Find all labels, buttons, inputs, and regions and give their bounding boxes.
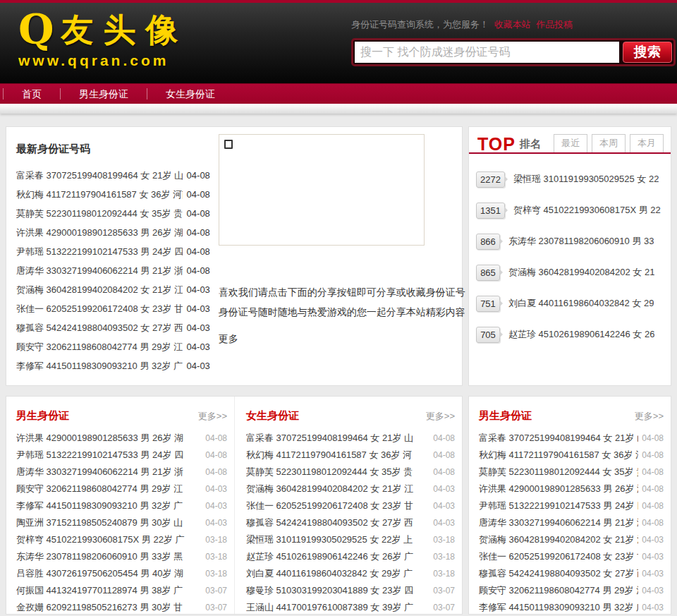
id-record-link[interactable]: 顾安守 320621198608042774 男 29岁 江苏 — [16, 341, 183, 354]
logo-title: 友头像 — [61, 8, 188, 51]
rank-tab[interactable]: 本周 — [592, 134, 626, 152]
item-date: 04-03 — [205, 501, 227, 511]
id-record-link[interactable]: 李修军 441501198309093210 男 32岁 广 — [479, 601, 638, 614]
list-item: 秋幻梅 411721197904161587 女 36岁 河南 04-08 — [16, 185, 210, 204]
id-record-link[interactable]: 刘白夏 440116198604032842 女 29岁 广 — [246, 567, 429, 580]
item-date: 03-18 — [205, 535, 227, 545]
rank-row: 2272 梁恒瑶 310119199305029525 女 22 — [476, 164, 665, 195]
id-record-link[interactable]: 莫静芙 522301198012092444 女 35岁 贵州 — [16, 207, 183, 220]
rank-tab[interactable]: 最近 — [554, 134, 587, 152]
top-tabs: 最近 本周 本月 — [549, 134, 664, 152]
id-record-link[interactable]: 唐涛华 330327199406062214 男 21岁 浙 — [16, 466, 202, 478]
id-record-link[interactable]: 富采春 370725199408199464 女 21岁 山东 — [16, 169, 183, 182]
id-record-link[interactable]: 贺涵梅 360428199402084202 女 21 — [508, 266, 654, 279]
item-date: 04-08 — [187, 208, 210, 219]
id-record-link[interactable]: 吕容胜 430726197506205454 男 40岁 湖 — [16, 567, 202, 580]
id-record-link[interactable]: 贺涵梅 360428199402084202 女 21岁 江 — [246, 483, 429, 495]
id-record-link[interactable]: 富采春 370725199408199464 女 21岁 山 — [479, 432, 638, 445]
list-item: 顾安守 320621198608042774 男 29岁 江苏 04-03 — [16, 337, 210, 356]
id-record-link[interactable]: 尹韩瑶 513222199102147533 男 24岁 四川 — [16, 246, 183, 258]
id-record-link[interactable]: 梁恒瑶 310119199305029525 女 22 — [513, 173, 659, 186]
id-record-link[interactable]: 贺梓穹 45102219930608175X 男 22岁 广 — [16, 533, 202, 546]
id-record-link[interactable]: 富采春 370725199408199464 女 21岁 山 — [246, 432, 429, 445]
item-date: 04-08 — [205, 433, 227, 443]
list-item: 张佳一 620525199206172408 女 23岁 甘 04-03 — [479, 548, 664, 565]
broken-image-icon — [224, 140, 233, 149]
list-item: 莫静芙 522301198012092444 女 35岁 贵州 04-08 — [16, 204, 210, 223]
id-record-link[interactable]: 刘白夏 440116198604032842 女 29 — [508, 297, 654, 310]
more-link[interactable]: 更多 — [219, 333, 238, 346]
id-record-link[interactable]: 王涵山 441700197610087389 女 39岁 广 — [246, 601, 429, 614]
id-record-link[interactable]: 顾安守 320621198608042774 男 29岁 江 — [479, 584, 638, 597]
id-record-link[interactable]: 贺涵梅 360428199402084202 女 21岁 江 — [479, 533, 638, 546]
id-record-link[interactable]: 顾安守 320621198608042774 男 29岁 江 — [16, 483, 202, 495]
item-date: 04-08 — [187, 265, 210, 276]
id-record-link[interactable]: 赵芷珍 451026198906142246 女 26 — [508, 328, 654, 341]
nav-item[interactable]: 女生身份证 — [147, 84, 233, 104]
id-record-link[interactable]: 张佳一 620525199206172408 女 23岁 甘 — [246, 500, 429, 512]
id-record-link[interactable]: 张佳一 620525199206172408 女 23岁 甘肃 — [16, 303, 183, 315]
site-logo[interactable]: Q 友头像 www.qqran.com — [18, 8, 188, 69]
latest-panel: 最新身份证号码 富采春 370725199408199464 女 21岁 山东 … — [6, 126, 463, 386]
item-date: 04-08 — [642, 467, 664, 477]
id-record-link[interactable]: 东涛华 230781198206060910 男 33岁 黑 — [16, 550, 202, 563]
id-record-link[interactable]: 尹韩瑶 513222199102147533 男 24岁 四 — [479, 500, 638, 512]
item-date: 04-03 — [433, 501, 455, 511]
id-record-link[interactable]: 贺梓穹 45102219930608175X 男 22 — [513, 204, 661, 217]
id-record-link[interactable]: 赵芷珍 451026198906142246 女 26岁 广 — [246, 550, 429, 563]
list-item: 梁恒瑶 310119199305029525 女 22岁 上 03-18 — [246, 531, 455, 548]
nav-shadow-strip — [0, 104, 677, 114]
item-date: 04-08 — [433, 467, 455, 477]
id-record-link[interactable]: 何振国 441324197701128974 男 38岁 广 — [16, 584, 202, 597]
id-record-link[interactable]: 东涛华 230781198206060910 男 33 — [508, 235, 654, 248]
item-date: 04-03 — [642, 603, 664, 612]
nav-item[interactable]: 男生身份证 — [61, 84, 147, 104]
list-item: 张佳一 620525199206172408 女 23岁 甘肃 04-03 — [16, 299, 210, 318]
id-record-link[interactable]: 穆孤容 542424198804093502 女 27岁 西 — [479, 567, 638, 580]
favorite-site-link[interactable]: 收藏本站 — [494, 19, 531, 30]
id-record-link[interactable]: 李修军 441501198309093210 男 32岁 广东 — [16, 360, 183, 373]
more-link[interactable]: 更多>> — [635, 410, 664, 423]
more-link[interactable]: 更多>> — [426, 410, 455, 423]
id-record-link[interactable]: 贺涵梅 360428199402084202 女 21岁 江西 — [16, 284, 183, 296]
id-record-link[interactable]: 莫静芙 522301198012092444 女 35岁 贵 — [246, 466, 429, 478]
id-record-link[interactable]: 张佳一 620525199206172408 女 23岁 甘 — [479, 550, 638, 563]
id-record-link[interactable]: 陶亚洲 371521198505240879 男 30岁 山 — [16, 517, 202, 529]
id-record-link[interactable]: 李修军 441501198309093210 男 32岁 广 — [16, 500, 202, 512]
rank-list: 2272 梁恒瑶 310119199305029525 女 22 1351 贺梓… — [469, 154, 671, 350]
latest-list: 富采春 370725199408199464 女 21岁 山东 04-08 秋幻… — [16, 166, 210, 375]
item-date: 03-07 — [433, 603, 455, 612]
list-item: 穆孤容 542424198804093502 女 27岁 西 04-03 — [479, 565, 664, 582]
item-date: 04-08 — [187, 170, 210, 181]
id-record-link[interactable]: 许洪果 429000198901285633 男 26岁 湖 — [479, 483, 638, 495]
id-record-link[interactable]: 许洪果 429000198901285633 男 26岁 湖北 — [16, 227, 183, 239]
id-record-link[interactable]: 唐涛华 330327199406062214 男 21岁 浙江 — [16, 265, 183, 277]
id-record-link[interactable]: 穆孤容 542424198804093502 女 27岁 西藏 — [16, 322, 183, 334]
list-item: 唐涛华 330327199406062214 男 21岁 浙 04-08 — [479, 514, 664, 531]
rank-tab[interactable]: 本月 — [630, 134, 664, 152]
id-record-link[interactable]: 金孜姗 620921198505216273 男 30岁 甘 — [16, 601, 202, 614]
more-link[interactable]: 更多>> — [198, 410, 227, 423]
id-record-link[interactable]: 莫静芙 522301198012092444 女 35岁 贵 — [479, 466, 638, 478]
item-date: 03-07 — [205, 603, 227, 612]
submit-work-link[interactable]: 作品投稿 — [536, 19, 573, 30]
search-button[interactable]: 搜索 — [623, 42, 672, 63]
item-date: 04-03 — [187, 284, 210, 295]
list-item: 秋幻梅 411721197904161587 女 36岁 河 04-08 — [479, 447, 664, 464]
item-date: 04-08 — [642, 501, 664, 511]
nav-item[interactable]: 首页 — [4, 84, 60, 104]
id-record-link[interactable]: 穆曼珍 510303199203041889 女 23岁 四 — [246, 584, 429, 597]
id-record-link[interactable]: 许洪果 429000198901285633 男 26岁 湖 — [16, 432, 202, 445]
id-record-link[interactable]: 秋幻梅 411721197904161587 女 36岁 河 — [246, 449, 429, 461]
list-item: 许洪果 429000198901285633 男 26岁 湖 04-08 — [479, 481, 664, 497]
id-record-link[interactable]: 尹韩瑶 513222199102147533 男 24岁 四 — [16, 449, 202, 461]
id-record-link[interactable]: 唐涛华 330327199406062214 男 21岁 浙 — [479, 517, 638, 529]
id-record-link[interactable]: 梁恒瑶 310119199305029525 女 22岁 上 — [246, 533, 429, 546]
id-record-link[interactable]: 秋幻梅 411721197904161587 女 36岁 河 — [479, 449, 638, 461]
item-date: 03-18 — [433, 552, 455, 562]
search-input[interactable] — [355, 42, 619, 63]
image-placeholder — [219, 134, 425, 246]
logo-q-icon: Q — [18, 8, 54, 51]
id-record-link[interactable]: 秋幻梅 411721197904161587 女 36岁 河南 — [16, 188, 183, 201]
id-record-link[interactable]: 穆孤容 542424198804093502 女 27岁 西 — [246, 517, 429, 529]
